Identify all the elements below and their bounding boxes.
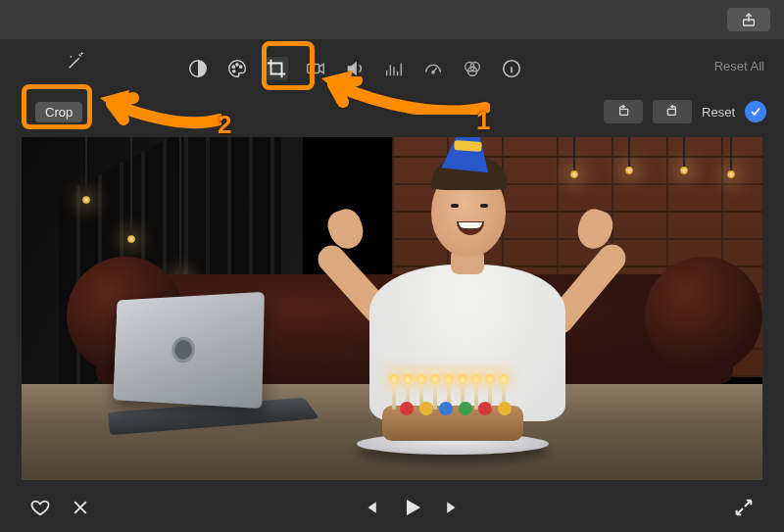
camera-icon[interactable]: [304, 57, 327, 80]
video-preview[interactable]: [22, 137, 762, 480]
svg-rect-13: [667, 109, 675, 115]
equalizer-icon[interactable]: [382, 57, 406, 80]
info-icon[interactable]: [500, 57, 523, 80]
apply-button[interactable]: [745, 101, 766, 122]
speedometer-icon[interactable]: [421, 57, 445, 80]
reset-all-button[interactable]: Reset All: [714, 59, 764, 73]
play-icon: [400, 496, 423, 519]
svg-rect-12: [620, 109, 628, 115]
palette-icon[interactable]: [225, 57, 249, 80]
magic-wand-icon[interactable]: [65, 49, 88, 73]
svg-rect-6: [308, 64, 319, 73]
crop-icon[interactable]: [265, 57, 288, 80]
skip-back-icon: [361, 498, 380, 517]
next-frame-button[interactable]: [443, 498, 463, 517]
play-button[interactable]: [400, 496, 423, 519]
reset-button[interactable]: Reset: [702, 105, 735, 120]
venn-icon[interactable]: [461, 57, 484, 80]
titlebar: [0, 0, 784, 39]
favorite-button[interactable]: [29, 497, 51, 518]
x-icon: [71, 498, 90, 517]
reject-button[interactable]: [71, 498, 90, 517]
skip-forward-icon: [443, 498, 463, 517]
rotate-cw-button[interactable]: [653, 100, 692, 123]
adjustments-toolbar: Reset All: [0, 39, 784, 90]
share-icon: [741, 12, 757, 27]
fullscreen-button[interactable]: [733, 497, 755, 518]
svg-point-7: [432, 72, 434, 73]
check-icon: [749, 105, 762, 119]
heart-icon: [29, 497, 51, 518]
speaker-icon[interactable]: [343, 57, 367, 80]
expand-icon: [733, 497, 755, 518]
crop-sub-toolbar: Crop Reset: [0, 90, 784, 133]
rotate-cw-icon: [662, 104, 682, 120]
rotate-ccw-button[interactable]: [604, 100, 643, 123]
rotate-ccw-icon: [613, 104, 633, 120]
crop-button[interactable]: Crop: [35, 102, 82, 122]
share-button[interactable]: [727, 8, 770, 31]
preview-content: [22, 137, 762, 480]
half-circle-icon[interactable]: [186, 57, 210, 80]
svg-point-3: [236, 64, 238, 66]
prev-frame-button[interactable]: [361, 498, 380, 517]
playback-controls: [0, 483, 784, 532]
svg-point-4: [240, 66, 242, 68]
svg-point-2: [232, 66, 234, 68]
svg-point-5: [233, 71, 235, 73]
